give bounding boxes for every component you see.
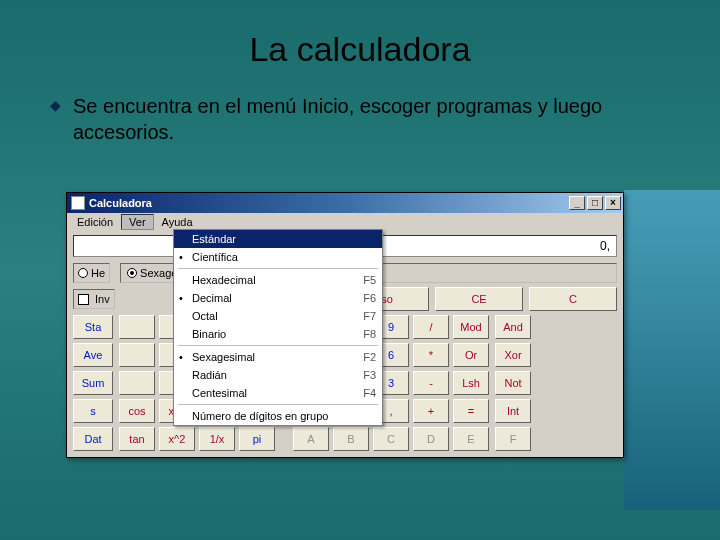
maximize-button[interactable]: □ xyxy=(587,196,603,210)
dd-bin-label: Binario xyxy=(192,328,226,340)
app-icon xyxy=(71,196,85,210)
ave-button[interactable]: Ave xyxy=(73,343,113,367)
window-title: Calculadora xyxy=(89,197,565,209)
op-lsh[interactable]: Lsh xyxy=(453,371,489,395)
dd-sep-2 xyxy=(178,345,378,346)
dd-oct[interactable]: OctalF7 xyxy=(174,307,382,325)
inv-button[interactable]: 1/x xyxy=(199,427,235,451)
dd-oct-key: F7 xyxy=(363,310,376,322)
radio-hex[interactable]: He xyxy=(78,267,105,279)
dd-cent-label: Centesimal xyxy=(192,387,247,399)
op-int[interactable]: Int xyxy=(495,399,531,423)
close-button[interactable]: × xyxy=(605,196,621,210)
inv-label: Inv xyxy=(95,293,110,305)
op-and[interactable]: And xyxy=(495,315,531,339)
dd-cent[interactable]: CentesimalF4 xyxy=(174,384,382,402)
dd-digits[interactable]: Número de dígitos en grupo xyxy=(174,407,382,425)
fn-1-0[interactable] xyxy=(119,343,155,367)
opts-group: Inv xyxy=(73,289,115,309)
pi-button[interactable]: pi xyxy=(239,427,275,451)
dd-cientifica[interactable]: Científica xyxy=(174,248,382,266)
dd-dec-key: F6 xyxy=(363,292,376,304)
s-button[interactable]: s xyxy=(73,399,113,423)
c-button[interactable]: C xyxy=(529,287,617,311)
dd-hex-key: F5 xyxy=(363,274,376,286)
x2-button[interactable]: x^2 xyxy=(159,427,195,451)
op-eq[interactable]: = xyxy=(453,399,489,423)
hex-b[interactable]: B xyxy=(333,427,369,451)
dd-sexa-label: Sexagesimal xyxy=(192,351,255,363)
menu-ayuda[interactable]: Ayuda xyxy=(154,214,201,230)
op-add[interactable]: + xyxy=(413,399,449,423)
op-div[interactable]: / xyxy=(413,315,449,339)
radio-hex-label: He xyxy=(91,267,105,279)
hex-f[interactable]: F xyxy=(495,427,531,451)
dd-rad-key: F3 xyxy=(363,369,376,381)
inv-checkbox[interactable] xyxy=(78,294,89,305)
base-group: He xyxy=(73,263,110,283)
dd-hex-label: Hexadecimal xyxy=(192,274,256,286)
dd-dec[interactable]: DecimalF6 xyxy=(174,289,382,307)
op-sub[interactable]: - xyxy=(413,371,449,395)
bullet-row: ◆ Se encuentra en el menú Inicio, escoge… xyxy=(50,93,610,145)
fn-2-0[interactable] xyxy=(119,371,155,395)
ce-button[interactable]: CE xyxy=(435,287,523,311)
dd-sexa-key: F2 xyxy=(363,351,376,363)
ver-dropdown: Estándar Científica HexadecimalF5 Decima… xyxy=(173,229,383,426)
dd-sep-1 xyxy=(178,268,378,269)
menu-editar[interactable]: Edición xyxy=(69,214,121,230)
tan-button[interactable]: tan xyxy=(119,427,155,451)
dd-oct-label: Octal xyxy=(192,310,218,322)
dd-estandar-label: Estándar xyxy=(192,233,236,245)
sta-button[interactable]: Sta xyxy=(73,315,113,339)
op-xor[interactable]: Xor xyxy=(495,343,531,367)
dd-digits-label: Número de dígitos en grupo xyxy=(192,410,328,422)
fn-0-0[interactable] xyxy=(119,315,155,339)
hex-d[interactable]: D xyxy=(413,427,449,451)
cos-button[interactable]: cos xyxy=(119,399,155,423)
bullet-text: Se encuentra en el menú Inicio, escoger … xyxy=(73,93,610,145)
hex-a[interactable]: A xyxy=(293,427,329,451)
op-not[interactable]: Not xyxy=(495,371,531,395)
sum-button[interactable]: Sum xyxy=(73,371,113,395)
menu-ver[interactable]: Ver xyxy=(121,214,154,230)
dd-sexa[interactable]: SexagesimalF2 xyxy=(174,348,382,366)
dd-rad-label: Radián xyxy=(192,369,227,381)
minimize-button[interactable]: _ xyxy=(569,196,585,210)
calculator-window: Calculadora _ □ × Edición Ver Ayuda 0, H… xyxy=(66,192,624,458)
dd-rad[interactable]: RadiánF3 xyxy=(174,366,382,384)
titlebar[interactable]: Calculadora _ □ × xyxy=(67,193,623,213)
op-mod[interactable]: Mod xyxy=(453,315,489,339)
hex-e[interactable]: E xyxy=(453,427,489,451)
op-or[interactable]: Or xyxy=(453,343,489,367)
dd-dec-label: Decimal xyxy=(192,292,232,304)
slide-title: La calculadora xyxy=(40,30,680,69)
dd-cent-key: F4 xyxy=(363,387,376,399)
hex-c[interactable]: C xyxy=(373,427,409,451)
dd-bin-key: F8 xyxy=(363,328,376,340)
dd-sep-3 xyxy=(178,404,378,405)
dd-cientifica-label: Científica xyxy=(192,251,238,263)
dd-estandar[interactable]: Estándar xyxy=(174,230,382,248)
dd-hex[interactable]: HexadecimalF5 xyxy=(174,271,382,289)
op-mul[interactable]: * xyxy=(413,343,449,367)
dd-bin[interactable]: BinarioF8 xyxy=(174,325,382,343)
dat-button[interactable]: Dat xyxy=(73,427,113,451)
bullet-icon: ◆ xyxy=(50,97,61,113)
